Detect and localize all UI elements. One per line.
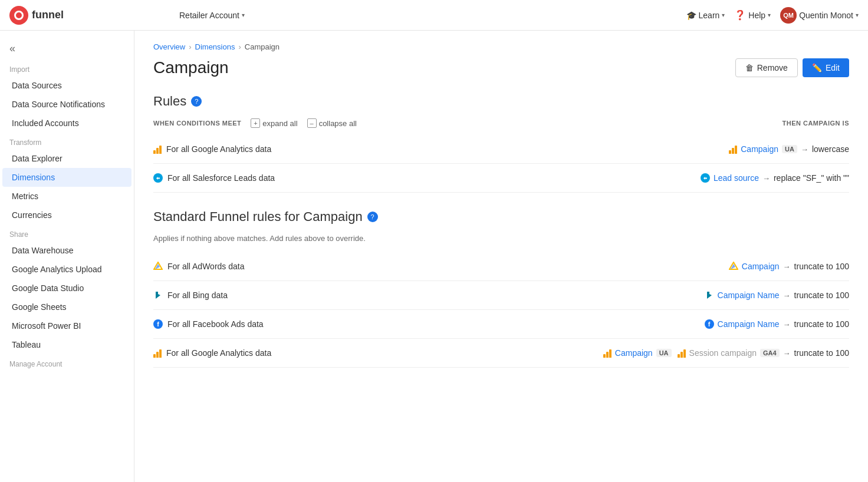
standard-result-arrow-1: → xyxy=(783,291,791,300)
sidebar-collapse-button[interactable]: « xyxy=(0,38,134,60)
standard-result-arrow-3: → xyxy=(783,349,791,358)
facebook-result-icon: f xyxy=(705,319,714,329)
facebook-icon: f xyxy=(153,319,163,329)
user-name: Quentin Monot xyxy=(799,11,853,20)
standard-help-icon[interactable]: ? xyxy=(367,212,378,222)
rule-row-0: For all Google Analytics data Campaign U… xyxy=(153,135,849,164)
sidebar-item-included-accounts[interactable]: Included Accounts xyxy=(2,114,131,133)
adwords-icon xyxy=(153,262,163,271)
rule-result-1: Lead source → replace "SF_" with "" xyxy=(701,173,849,183)
page-title: Campaign xyxy=(153,58,229,77)
user-menu[interactable]: QM Quentin Monot ▾ xyxy=(780,7,859,24)
google-analytics-icon-3 xyxy=(153,348,162,358)
sidebar-section-transform-label: Transform xyxy=(0,133,134,149)
standard-result-tag-3a: UA xyxy=(656,349,672,357)
sidebar-item-google-sheets[interactable]: Google Sheets xyxy=(2,298,131,316)
standard-result-action-1: truncate to 100 xyxy=(794,290,849,300)
sidebar-section-import-label: Import xyxy=(0,60,134,76)
standard-result-link-3a[interactable]: Campaign xyxy=(615,348,653,358)
salesforce-icon-1 xyxy=(153,173,163,183)
sidebar-item-data-sources[interactable]: Data Sources xyxy=(2,76,131,95)
account-caret-icon: ▾ xyxy=(242,12,245,18)
standard-result-arrow-2: → xyxy=(783,320,791,329)
sidebar-item-currencies[interactable]: Currencies xyxy=(2,206,131,225)
standard-title-text: Standard Funnel rules for Campaign xyxy=(153,209,363,225)
result-arrow-1: → xyxy=(762,174,770,183)
standard-rule-result-3: Campaign UA Session campaign GA4 → trunc… xyxy=(603,348,849,358)
account-name: Retailer Account xyxy=(179,11,239,20)
sidebar: « Import Data Sources Data Source Notifi… xyxy=(0,31,134,482)
google-analytics-result-icon-3 xyxy=(603,348,611,358)
rules-toolbar: WHEN CONDITIONS MEET + expand all – coll… xyxy=(153,118,849,128)
rules-section-title: Rules ? xyxy=(153,94,849,109)
standard-section-title: Standard Funnel rules for Campaign ? xyxy=(153,209,849,225)
google-analytics-secondary-icon-3 xyxy=(678,348,686,358)
top-navigation: funnel Retailer Account ▾ 🎓 Learn ▾ ❓ He… xyxy=(0,0,868,31)
sidebar-item-google-analytics-upload[interactable]: Google Analytics Upload xyxy=(2,260,131,279)
standard-result-link-1[interactable]: Campaign Name xyxy=(718,290,780,300)
rule-condition-text-0: For all Google Analytics data xyxy=(166,144,271,154)
sidebar-section-share-label: Share xyxy=(0,225,134,241)
breadcrumb-dimensions[interactable]: Dimensions xyxy=(195,42,235,51)
standard-rule-condition-text-0: For all AdWords data xyxy=(167,262,244,271)
google-analytics-result-icon-0 xyxy=(729,144,737,154)
expand-all-icon: + xyxy=(251,118,260,128)
standard-rule-condition-3: For all Google Analytics data xyxy=(153,348,603,358)
standard-result-link-3b[interactable]: Session campaign xyxy=(689,348,757,358)
standard-section: Standard Funnel rules for Campaign ? App… xyxy=(153,209,849,368)
edit-button[interactable]: ✏️ Edit xyxy=(803,58,849,77)
avatar: QM xyxy=(780,7,797,24)
when-conditions-label: WHEN CONDITIONS MEET xyxy=(153,120,241,127)
expand-all-label: expand all xyxy=(262,119,297,128)
then-campaign-label: THEN CAMPAIGN IS xyxy=(782,120,849,127)
rule-condition-text-1: For all Salesforce Leads data xyxy=(167,173,275,183)
standard-rule-condition-2: f For all Facebook Ads data xyxy=(153,319,705,329)
page-header: Campaign 🗑 Remove ✏️ Edit xyxy=(153,58,849,77)
sidebar-item-metrics[interactable]: Metrics xyxy=(2,187,131,206)
logo[interactable]: funnel xyxy=(9,6,64,25)
standard-result-arrow-0: → xyxy=(783,262,791,271)
learn-menu[interactable]: 🎓 Learn ▾ xyxy=(686,11,725,20)
collapse-all-button[interactable]: – collapse all xyxy=(307,118,357,128)
sidebar-item-data-source-notifications[interactable]: Data Source Notifications xyxy=(2,95,131,114)
remove-button[interactable]: 🗑 Remove xyxy=(735,58,798,77)
topnav-right: 🎓 Learn ▾ ❓ Help ▾ QM Quentin Monot ▾ xyxy=(686,7,859,24)
breadcrumb-overview[interactable]: Overview xyxy=(153,42,185,51)
expand-all-button[interactable]: + expand all xyxy=(251,118,297,128)
account-selector[interactable]: Retailer Account ▾ xyxy=(179,11,245,20)
standard-result-action-3: truncate to 100 xyxy=(794,348,849,358)
standard-result-link-0[interactable]: Campaign xyxy=(742,262,780,271)
remove-icon: 🗑 xyxy=(745,63,754,72)
sidebar-section-manage-label: Manage Account xyxy=(0,354,134,371)
sidebar-item-tableau[interactable]: Tableau xyxy=(2,335,131,354)
standard-rule-row-0: For all AdWords data Campaign → truncate… xyxy=(153,252,849,281)
standard-rule-condition-0: For all AdWords data xyxy=(153,262,729,271)
result-link-0[interactable]: Campaign xyxy=(741,144,778,154)
result-link-1[interactable]: Lead source xyxy=(714,173,759,183)
rules-help-icon[interactable]: ? xyxy=(191,96,202,107)
sidebar-item-data-explorer[interactable]: Data Explorer xyxy=(2,149,131,168)
salesforce-result-icon-1 xyxy=(701,173,710,183)
result-tag-0: UA xyxy=(782,145,797,153)
help-menu[interactable]: ❓ Help ▾ xyxy=(734,9,771,21)
rule-result-0: Campaign UA → lowercase xyxy=(729,144,849,154)
rule-condition-1: For all Salesforce Leads data xyxy=(153,173,701,183)
sidebar-item-microsoft-power-bi[interactable]: Microsoft Power BI xyxy=(2,316,131,335)
standard-result-tag-3b: GA4 xyxy=(760,349,780,357)
sidebar-item-dimensions[interactable]: Dimensions xyxy=(2,168,131,187)
main-content: Overview › Dimensions › Campaign Campaig… xyxy=(134,31,868,482)
standard-rule-condition-text-2: For all Facebook Ads data xyxy=(167,319,264,329)
standard-rule-row-2: f For all Facebook Ads data f Campaign N… xyxy=(153,310,849,339)
standard-rule-row-1: For all Bing data Campaign Name → trunca… xyxy=(153,281,849,310)
standard-result-link-2[interactable]: Campaign Name xyxy=(718,319,780,329)
standard-subtitle: Applies if nothing above matches. Add ru… xyxy=(153,234,849,243)
standard-rule-condition-text-3: For all Google Analytics data xyxy=(166,348,271,358)
sidebar-item-data-warehouse[interactable]: Data Warehouse xyxy=(2,241,131,260)
bing-icon xyxy=(153,290,163,300)
help-label: Help xyxy=(748,11,765,20)
sidebar-item-google-data-studio[interactable]: Google Data Studio xyxy=(2,279,131,298)
standard-rule-result-0: Campaign → truncate to 100 xyxy=(729,262,849,271)
help-caret-icon: ▾ xyxy=(768,12,771,18)
rule-condition-0: For all Google Analytics data xyxy=(153,144,729,154)
logo-text: funnel xyxy=(32,9,64,21)
